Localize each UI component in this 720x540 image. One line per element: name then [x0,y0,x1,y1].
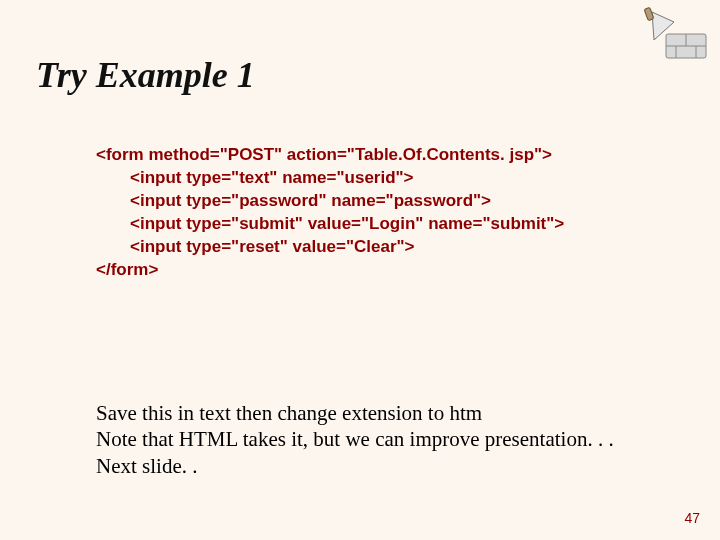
note-line: Next slide. . [96,453,614,479]
trowel-brick-icon [632,6,712,64]
slide-title: Try Example 1 [36,54,684,96]
slide-notes: Save this in text then change extension … [96,400,614,479]
code-line: <input type="reset" value="Clear"> [96,236,684,259]
code-line: <input type="text" name="userid"> [96,167,684,190]
code-line: <input type="password" name="password"> [96,190,684,213]
note-line: Note that HTML takes it, but we can impr… [96,426,614,452]
code-line: </form> [96,259,684,282]
code-line: <form method="POST" action="Table.Of.Con… [96,144,684,167]
note-line: Save this in text then change extension … [96,400,614,426]
page-number: 47 [684,510,700,526]
slide: Try Example 1 <form method="POST" action… [0,0,720,540]
svg-rect-6 [644,7,654,20]
code-block: <form method="POST" action="Table.Of.Con… [96,144,684,282]
code-line: <input type="submit" value="Login" name=… [96,213,684,236]
